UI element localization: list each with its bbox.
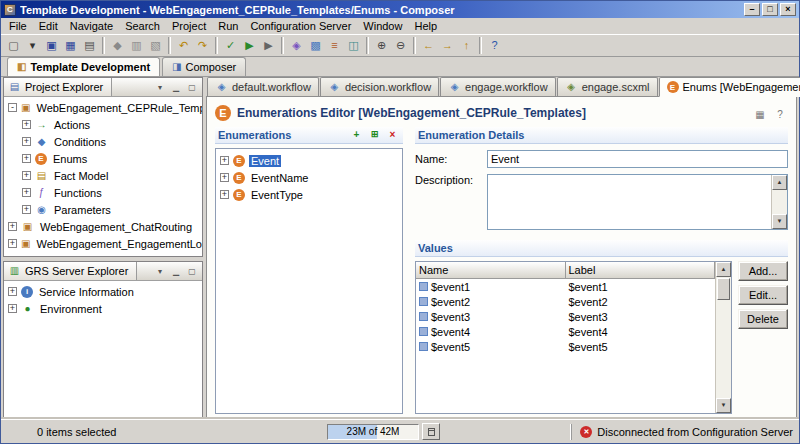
tree-item-webengagement-ceprule-templates[interactable]: -▣WebEngagement_CEPRule_Templates [4,99,202,116]
enumeration-item-eventtype[interactable]: +EEventType [216,186,402,203]
run-icon[interactable]: ▶ [240,36,259,55]
up-icon[interactable]: ↑ [457,36,476,55]
help-icon[interactable]: ? [772,106,788,121]
view-menu-icon[interactable]: ▾ [153,81,167,94]
editor-tab-engage-scxml[interactable]: ◈engage.scxml [557,77,658,96]
zoom-in-icon[interactable]: ⊕ [372,36,391,55]
description-field[interactable]: ▲ ▼ [487,174,788,230]
debug-icon[interactable]: ▶ [259,36,278,55]
cut-icon[interactable]: ◆ [108,36,127,55]
print-icon[interactable]: ▤ [80,36,99,55]
menu-project[interactable]: Project [166,19,212,33]
grs-server-explorer-tab[interactable]: ▥ GRS Server Explorer [4,262,137,280]
table-row[interactable]: $event5$event5 [416,339,715,354]
scrollbar-thumb[interactable] [717,278,730,300]
column-header-label[interactable]: Label [566,262,716,279]
perspective-tab-template-development[interactable]: ◧Template Development [7,57,160,76]
expand-icon[interactable]: + [220,156,229,165]
validate-icon[interactable]: ✓ [221,36,240,55]
tree-item-conditions[interactable]: +◆Conditions [4,133,202,150]
paste-icon[interactable]: ▧ [146,36,165,55]
expand-icon[interactable]: + [22,154,31,163]
expand-icon[interactable]: + [220,173,229,182]
new-icon[interactable]: ▢ [4,36,23,55]
align-icon[interactable]: ◫ [344,36,363,55]
tree-item-actions[interactable]: +→Actions [4,116,202,133]
name-input[interactable] [487,150,788,168]
redo-icon[interactable]: ↷ [193,36,212,55]
add-multiple-enumerations-icon[interactable]: ⊞ [367,128,382,142]
garbage-collect-button[interactable] [422,423,440,440]
menu-help[interactable]: Help [408,19,443,33]
menu-file[interactable]: File [3,19,33,33]
maximize-button[interactable]: □ [762,3,778,16]
form-icon[interactable]: ▦ [752,106,768,121]
expand-icon[interactable]: + [220,190,229,199]
add-enumeration-icon[interactable]: + [349,128,364,142]
tree-item-webengagement-engagementwidgets[interactable]: +▣WebEngagement_EngagementWidgets [4,252,202,256]
expand-icon[interactable]: + [22,171,31,180]
tree-item-environment[interactable]: +●Environment [4,300,202,317]
maximize-view-icon[interactable]: ▢ [185,81,199,94]
editor-tab-engage-workflow[interactable]: ◈engage.workflow [440,77,556,96]
table-row[interactable]: $event3$event3 [416,309,715,324]
menu-configuration-server[interactable]: Configuration Server [244,19,357,33]
maximize-view-icon[interactable]: ▢ [185,265,199,278]
scroll-up-icon[interactable]: ▲ [716,262,731,277]
expand-icon[interactable]: + [22,120,31,129]
editor-tab-enums-webengagement-ceprule-templates[interactable]: EEnums [WebEngagement_CEPRule_Templates]… [659,77,800,97]
delete-button[interactable]: Delete [738,309,788,329]
scroll-down-icon[interactable]: ▼ [772,214,787,229]
copy-icon[interactable]: ▥ [127,36,146,55]
menu-navigate[interactable]: Navigate [64,19,119,33]
connect-icon[interactable]: ≡ [325,36,344,55]
new-diagram-icon[interactable]: ◈ [287,36,306,55]
description-scrollbar[interactable]: ▲ ▼ [771,175,787,229]
collapse-icon[interactable]: - [8,103,17,112]
menu-window[interactable]: Window [357,19,408,33]
menu-search[interactable]: Search [119,19,166,33]
expand-icon[interactable]: + [8,222,17,231]
delete-enumeration-icon[interactable]: × [385,128,400,142]
project-explorer-tab[interactable]: ▤ Project Explorer [4,78,112,96]
new-dropdown-icon[interactable]: ▾ [23,36,42,55]
forward-icon[interactable]: → [438,36,457,55]
minimize-view-icon[interactable]: ▁ [169,265,183,278]
tree-item-enums[interactable]: +EEnums [4,150,202,167]
table-row[interactable]: $event1$event1 [416,279,715,294]
tree-item-fact-model[interactable]: +▤Fact Model [4,167,202,184]
expand-icon[interactable]: + [8,287,17,296]
minimize-view-icon[interactable]: ▁ [169,81,183,94]
edit-button[interactable]: Edit... [738,285,788,305]
tree-item-webengagement-engagementlogic[interactable]: +▣WebEngagement_EngagementLogic [4,235,202,252]
menu-run[interactable]: Run [212,19,244,33]
help-icon[interactable]: ? [485,36,504,55]
scroll-down-icon[interactable]: ▼ [716,398,731,413]
zoom-out-icon[interactable]: ⊖ [391,36,410,55]
tree-item-parameters[interactable]: +◉Parameters [4,201,202,218]
minimize-button[interactable]: – [744,3,760,16]
scroll-up-icon[interactable]: ▲ [772,175,787,190]
view-menu-icon[interactable]: ▾ [153,265,167,278]
back-icon[interactable]: ← [419,36,438,55]
tree-item-webengagement-chatrouting[interactable]: +▣WebEngagement_ChatRouting [4,218,202,235]
tree-item-functions[interactable]: +ƒFunctions [4,184,202,201]
expand-icon[interactable]: + [8,239,17,248]
table-row[interactable]: $event4$event4 [416,324,715,339]
expand-icon[interactable]: + [22,205,31,214]
table-row[interactable]: $event2$event2 [416,294,715,309]
palette-icon[interactable]: ▩ [306,36,325,55]
expand-icon[interactable]: + [22,188,31,197]
menu-edit[interactable]: Edit [33,19,64,33]
expand-icon[interactable]: + [8,304,17,313]
column-header-name[interactable]: Name [416,262,566,279]
editor-tab-default-workflow[interactable]: ◈default.workflow [207,77,319,96]
save-icon[interactable]: ▣ [42,36,61,55]
expand-icon[interactable]: + [22,137,31,146]
tree-item-service-information[interactable]: +iService Information [4,283,202,300]
save-all-icon[interactable]: ▦ [61,36,80,55]
values-table-scrollbar[interactable]: ▲ ▼ [715,262,731,413]
close-button[interactable]: × [780,3,796,16]
enumeration-item-event[interactable]: +EEvent [216,152,402,169]
enumeration-item-eventname[interactable]: +EEventName [216,169,402,186]
